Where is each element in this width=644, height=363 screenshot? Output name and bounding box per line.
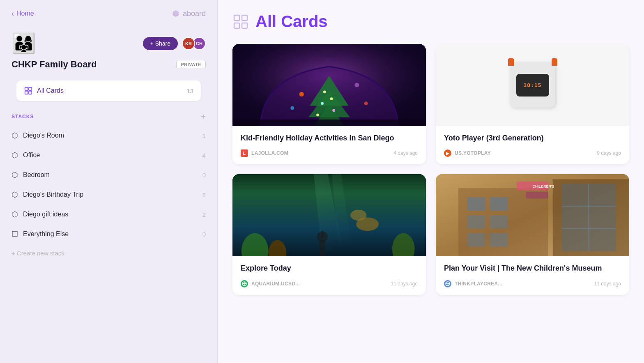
stack-name: Everything Else xyxy=(23,230,69,238)
card-title-aquarium: Explore Today xyxy=(241,264,418,273)
svg-rect-2 xyxy=(25,91,28,94)
svg-point-20 xyxy=(354,83,359,87)
svg-rect-18 xyxy=(232,119,426,126)
page-grid-icon xyxy=(232,14,249,30)
svg-rect-7 xyxy=(242,23,247,28)
stack-count: 4 xyxy=(202,152,206,159)
card-meta-museum: THINKPLAYCREA... 11 days ago xyxy=(444,280,621,287)
main-content: All Cards xyxy=(218,0,644,363)
stack-item-everything-else[interactable]: ☐ Everything Else 0 xyxy=(0,224,217,244)
board-title-row: CHKP Family Board PRIVATE xyxy=(12,59,206,70)
yoto-device: 10:15 xyxy=(510,62,555,108)
svg-point-21 xyxy=(290,106,294,110)
svg-point-13 xyxy=(316,114,319,117)
stack-layers-icon: ⬡ xyxy=(12,151,18,160)
svg-rect-40 xyxy=(490,198,508,211)
card-title-yoto: Yoto Player (3rd Generation) xyxy=(444,133,621,143)
card-aquarium[interactable]: Explore Today AQUARIUM.UCSD... 11 days a… xyxy=(232,174,426,294)
card-source-yoto: ▶ US.YOTOPLAY xyxy=(444,149,491,157)
svg-rect-42 xyxy=(490,215,508,229)
card-image-holiday xyxy=(232,44,426,126)
create-stack-button[interactable]: + Create new stack xyxy=(0,244,217,262)
card-meta-holiday: L LAJOLLA.COM 4 days ago xyxy=(241,149,418,157)
svg-point-30 xyxy=(350,210,366,221)
card-meta-aquarium: AQUARIUM.UCSD... 11 days ago xyxy=(241,280,418,287)
svg-point-16 xyxy=(330,97,333,100)
card-body-aquarium: Explore Today AQUARIUM.UCSD... 11 days a… xyxy=(232,256,426,294)
stacks-list: ⬡ Diego's Room 1 ⬡ Office 4 ⬡ Bedroom 0 … xyxy=(0,126,217,244)
cards-grid: Kid-Friendly Holiday Activities in San D… xyxy=(232,44,629,295)
yoto-ear-right xyxy=(552,58,557,66)
source-favicon-museum xyxy=(444,280,451,287)
stack-name: Diego's Room xyxy=(23,132,64,139)
stack-item-birthday-trip[interactable]: ⬡ Diego's Birthday Trip 6 xyxy=(0,185,217,204)
card-body-museum: Plan Your Visit | The New Children's Mus… xyxy=(436,256,629,294)
card-title-museum: Plan Your Visit | The New Children's Mus… xyxy=(444,264,621,273)
card-yoto[interactable]: 10:15 Yoto Player (3rd Generation) ▶ US.… xyxy=(436,44,629,164)
stack-layers-icon: ⬡ xyxy=(12,170,18,179)
stack-layers-icon: ⬡ xyxy=(12,210,18,219)
stacks-header: STACKS + xyxy=(0,111,217,126)
stack-count: 6 xyxy=(202,191,206,198)
page-title: All Cards xyxy=(255,12,328,31)
svg-rect-34 xyxy=(321,231,324,238)
stack-item-gift-ideas[interactable]: ⬡ Diego gift ideas 2 xyxy=(0,204,217,224)
stack-name: Bedroom xyxy=(23,171,50,179)
svg-rect-44 xyxy=(490,233,508,247)
svg-rect-4 xyxy=(234,15,239,21)
avatar-kr: KR xyxy=(182,37,195,50)
create-stack-label: + Create new stack xyxy=(12,250,64,257)
all-cards-left: All Cards xyxy=(24,86,64,95)
all-cards-count: 13 xyxy=(186,87,193,94)
board-title: CHKP Family Board xyxy=(12,59,97,70)
stack-name: Diego's Birthday Trip xyxy=(23,191,83,198)
all-cards-label: All Cards xyxy=(37,87,64,94)
source-favicon-yoto: ▶ xyxy=(444,149,451,157)
card-museum[interactable]: CHILDREN'S Plan Your Visit | The New Chi… xyxy=(436,174,629,294)
source-label: LAJOLLA.COM xyxy=(251,150,288,156)
yoto-ear-left xyxy=(508,58,514,66)
svg-rect-41 xyxy=(467,215,485,229)
source-label: THINKPLAYCREA... xyxy=(455,281,502,287)
svg-text:CHILDREN'S: CHILDREN'S xyxy=(533,185,554,189)
back-button[interactable]: ‹ Home xyxy=(12,9,34,18)
stack-item-office[interactable]: ⬡ Office 4 xyxy=(0,145,217,165)
card-body-holiday: Kid-Friendly Holiday Activities in San D… xyxy=(232,126,426,164)
private-badge: PRIVATE xyxy=(176,60,206,69)
source-favicon-lajolla: L xyxy=(241,149,248,157)
source-label: AQUARIUM.UCSD... xyxy=(251,281,300,287)
back-arrow-icon: ‹ xyxy=(12,9,14,18)
card-holiday[interactable]: Kid-Friendly Holiday Activities in San D… xyxy=(232,44,426,164)
sidebar-header: ‹ Home aboard xyxy=(0,0,217,25)
board-header: 👨‍👩‍👧 + Share KR CH CHKP Family Board PR… xyxy=(0,25,217,70)
card-source-museum: THINKPLAYCREA... xyxy=(444,280,502,287)
stack-count: 1 xyxy=(202,132,206,139)
back-label: Home xyxy=(16,10,34,17)
stack-item-diegos-room[interactable]: ⬡ Diego's Room 1 xyxy=(0,126,217,145)
board-emoji: 👨‍👩‍👧 xyxy=(12,34,36,53)
svg-point-17 xyxy=(323,90,326,93)
svg-rect-0 xyxy=(25,87,28,90)
share-button[interactable]: + Share xyxy=(143,37,178,50)
add-stack-button[interactable]: + xyxy=(201,113,206,121)
svg-rect-1 xyxy=(29,87,32,90)
stack-count: 0 xyxy=(202,231,206,238)
stack-name: Office xyxy=(23,152,40,159)
svg-point-15 xyxy=(321,102,324,105)
card-title-holiday: Kid-Friendly Holiday Activities in San D… xyxy=(241,133,418,143)
svg-point-14 xyxy=(332,109,335,112)
svg-rect-39 xyxy=(467,198,485,211)
avatar-group: KR CH xyxy=(182,37,206,50)
logo-label: aboard xyxy=(183,9,206,18)
stack-item-bedroom[interactable]: ⬡ Bedroom 0 xyxy=(0,165,217,185)
card-time-yoto: 9 days ago xyxy=(597,150,621,156)
source-favicon-aquarium xyxy=(241,280,248,287)
card-source-holiday: L LAJOLLA.COM xyxy=(241,149,288,157)
card-meta-yoto: ▶ US.YOTOPLAY 9 days ago xyxy=(444,149,621,157)
svg-rect-32 xyxy=(320,240,325,257)
svg-rect-50 xyxy=(526,192,548,198)
all-cards-nav-item[interactable]: All Cards 13 xyxy=(16,80,201,101)
card-source-aquarium: AQUARIUM.UCSD... xyxy=(241,280,300,287)
yoto-ears xyxy=(508,58,557,66)
grid-icon xyxy=(24,86,33,95)
